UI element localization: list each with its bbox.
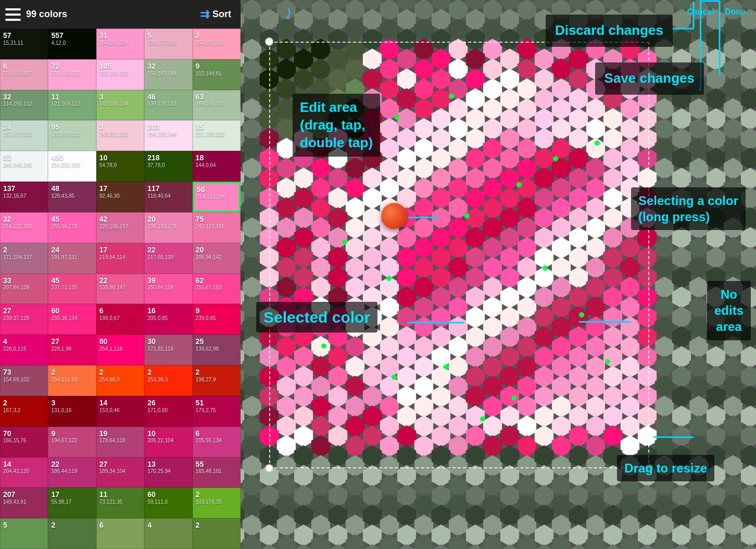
color-cell[interactable]: 55165,48,101 <box>193 457 241 488</box>
color-cell[interactable]: 80254,1,118 <box>96 335 144 365</box>
color-cell[interactable]: 11121,169,117 <box>48 90 96 121</box>
color-cell[interactable]: 2171,104,137 <box>0 243 48 274</box>
cell-number: 80 <box>99 337 141 346</box>
color-cell[interactable]: 5715,21,11 <box>0 29 48 59</box>
color-cell[interactable]: 95183,209,180 <box>48 120 96 151</box>
color-cell[interactable]: 2103,176,35 <box>193 488 241 518</box>
color-cell[interactable]: 14204,42,120 <box>0 457 48 488</box>
color-cell[interactable]: 5 <box>0 518 48 549</box>
color-cell[interactable]: 46139,178,133 <box>144 90 192 121</box>
undo-button[interactable]: ⤸ <box>282 5 294 22</box>
cell-number: 9 <box>196 62 237 71</box>
color-cell[interactable]: 14153,0,46 <box>96 396 144 427</box>
cell-number: 9 <box>196 307 237 315</box>
annotation-edit-area: Edit area(drag, tap,double tap) <box>293 94 380 157</box>
color-cell[interactable]: 32114,150,112 <box>0 90 48 121</box>
color-cell[interactable]: 9102,144,81 <box>193 59 241 90</box>
color-cell[interactable]: 6059,111,0 <box>144 488 192 518</box>
color-cell[interactable]: 2254,158,186 <box>193 29 241 59</box>
color-cell[interactable]: 6 <box>96 518 144 549</box>
done-button[interactable]: Done <box>720 4 751 20</box>
color-cell[interactable]: 2253,39,3 <box>144 365 192 396</box>
color-cell[interactable]: 2 <box>193 518 241 549</box>
color-cell[interactable]: 17219,54,114 <box>96 243 144 274</box>
resize-handle-top-left[interactable] <box>265 37 273 46</box>
color-cell[interactable]: 207149,43,91 <box>0 488 48 518</box>
cell-number: 5 <box>3 521 45 530</box>
color-cell[interactable]: 2254,111,59 <box>48 365 96 396</box>
color-cell[interactable]: 24191,97,131 <box>48 243 96 274</box>
color-cell[interactable]: 51179,2,75 <box>193 396 241 427</box>
color-cell[interactable]: 10205,22,104 <box>144 427 192 457</box>
hamburger-button[interactable] <box>5 8 21 21</box>
color-cell[interactable]: 105255,188,233 <box>96 59 144 90</box>
sort-button[interactable]: ⇉ Sort <box>196 6 235 23</box>
color-cell[interactable]: 4228,0,115 <box>0 335 48 365</box>
color-cell[interactable]: 5574,12,0 <box>48 29 96 59</box>
color-cell[interactable]: 13170,25,94 <box>144 457 192 488</box>
color-cell[interactable]: 32156,180,148 <box>144 59 192 90</box>
color-cell[interactable]: 15221,235,222 <box>193 120 241 151</box>
color-cell[interactable]: 21837,78,0 <box>144 151 192 182</box>
color-cell[interactable]: 45255,96,178 <box>48 212 96 243</box>
color-cell[interactable]: 3142,190,104 <box>96 90 144 121</box>
color-cell[interactable]: 22217,65,139 <box>144 243 192 274</box>
color-cell[interactable]: 48128,43,85 <box>48 182 96 212</box>
color-cell[interactable]: 20206,94,142 <box>193 243 241 274</box>
color-cell[interactable]: 31254,151,204 <box>96 29 144 59</box>
color-cell[interactable]: 9194,67,122 <box>48 427 96 457</box>
color-cell[interactable]: 26171,0,60 <box>144 396 192 427</box>
cell-number: 2 <box>196 368 237 377</box>
color-cell[interactable]: 6205,55,134 <box>193 427 241 457</box>
color-cell[interactable]: 16205,0,85 <box>144 304 192 335</box>
color-cell[interactable]: 22186,44,118 <box>48 457 96 488</box>
color-cell[interactable]: 32254,112,186 <box>0 212 48 243</box>
color-cell[interactable]: 30171,81,116 <box>144 335 192 365</box>
color-cell[interactable]: 63169,194,163 <box>193 90 241 121</box>
resize-handle-bottom-left[interactable] <box>265 464 273 473</box>
color-cell[interactable]: 2 <box>48 518 96 549</box>
color-cell[interactable]: 1792,46,30 <box>96 182 144 212</box>
color-cell[interactable]: 5235,173,196 <box>144 29 192 59</box>
color-cell[interactable]: 117118,40,64 <box>144 182 192 212</box>
color-cell[interactable]: 4 <box>144 518 192 549</box>
color-cell[interactable]: 24197,217,205 <box>0 120 48 151</box>
color-cell[interactable]: 42220,106,157 <box>96 212 144 243</box>
color-cell[interactable]: 1755,98,17 <box>48 488 96 518</box>
color-cell[interactable]: 1173,121,35 <box>96 488 144 518</box>
color-cell[interactable]: 39250,84,158 <box>144 274 192 304</box>
color-cell[interactable]: 62255,67,153 <box>193 274 241 304</box>
color-cell[interactable]: 2254,68,0 <box>96 365 144 396</box>
color-cell[interactable]: 22235,90,147 <box>96 274 144 304</box>
color-cell[interactable]: 72255,166,212 <box>48 59 96 90</box>
color-cell[interactable]: 73154,69,102 <box>0 365 48 396</box>
color-cell[interactable]: 27228,1,98 <box>48 335 96 365</box>
cell-rgb: 156,180,148 <box>147 71 189 77</box>
color-cell[interactable]: 20238,130,179 <box>144 212 192 243</box>
color-cell[interactable]: 33207,84,128 <box>0 274 48 304</box>
color-selector-dot[interactable] <box>381 203 407 229</box>
color-cell[interactable]: 18144,0,64 <box>193 151 241 182</box>
color-cell[interactable]: 203254,220,244 <box>144 120 192 151</box>
color-cell[interactable]: 2198,27,9 <box>193 365 241 396</box>
color-cell[interactable]: 27189,34,104 <box>96 457 144 488</box>
color-cell[interactable]: 137132,16,67 <box>0 182 48 212</box>
color-cell[interactable]: 25139,62,98 <box>193 335 241 365</box>
color-cell[interactable]: 75242,115,168 <box>193 212 241 243</box>
cell-number: 3 <box>51 399 93 407</box>
color-cell[interactable]: 3245,201,216 <box>96 120 144 151</box>
color-cell[interactable]: 60255,36,134 <box>48 304 96 335</box>
color-cell[interactable]: 52240,246,246 <box>0 151 48 182</box>
color-cell[interactable]: 19178,64,118 <box>96 427 144 457</box>
color-cell[interactable]: 2167,3,2 <box>0 396 48 427</box>
color-cell[interactable]: 56254,132,196 <box>193 182 241 212</box>
color-cell[interactable]: 70166,15,76 <box>0 427 48 457</box>
color-cell[interactable]: 6235,159,187 <box>0 59 48 90</box>
color-cell[interactable]: 3131,0,16 <box>48 396 96 427</box>
color-cell[interactable]: 45237,71,135 <box>48 274 96 304</box>
color-cell[interactable]: 9239,0,85 <box>193 304 241 335</box>
color-cell[interactable]: 27239,37,129 <box>0 304 48 335</box>
color-cell[interactable]: 6198,0,67 <box>96 304 144 335</box>
color-cell[interactable]: 1054,78,0 <box>96 151 144 182</box>
color-cell[interactable]: 490254,252,255 <box>48 151 96 182</box>
